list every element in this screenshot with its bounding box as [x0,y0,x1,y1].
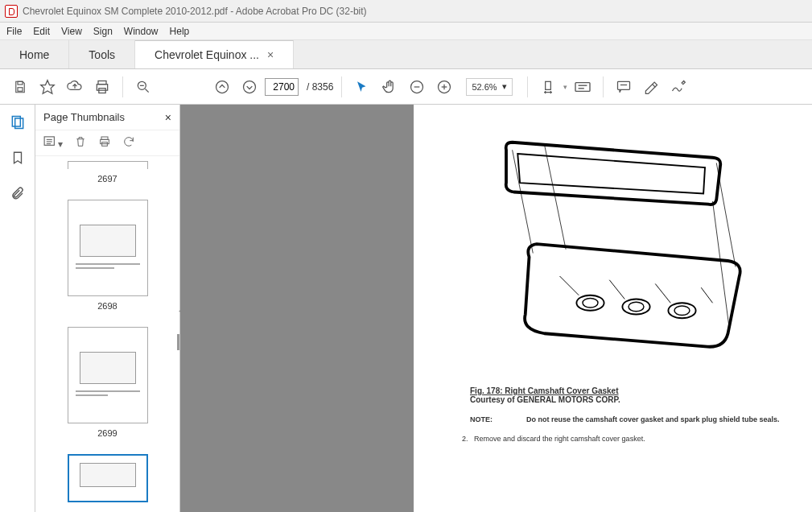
select-arrow-icon[interactable] [350,75,374,99]
document-viewport[interactable]: Fig. 178: Right Camshaft Cover Gasket Co… [180,105,812,512]
svg-rect-20 [617,81,629,89]
svg-point-34 [629,302,644,311]
svg-rect-1 [18,87,23,91]
svg-rect-0 [18,81,23,85]
thumbnails-list[interactable]: 2697 2698 2699 [35,156,179,512]
figure-diagram [460,121,766,370]
thumbnails-panel: Page Thumbnails × ▾ 2697 2698 2699 [35,105,180,512]
svg-point-32 [583,299,598,308]
main-area: Page Thumbnails × ▾ 2697 2698 2699 [0,105,812,512]
rotate-icon[interactable] [122,135,135,151]
svg-marker-2 [41,80,55,93]
note-text: Do not reuse the camshaft cover gasket a… [526,415,780,423]
svg-point-36 [674,306,690,315]
trash-icon[interactable] [74,135,87,151]
svg-point-33 [622,299,649,315]
thumbs-print-icon[interactable] [98,135,111,151]
chevron-down-icon[interactable]: ▾ [563,83,567,91]
svg-line-37 [512,150,533,253]
menu-file[interactable]: File [6,26,22,37]
svg-line-41 [559,276,579,295]
page-down-icon[interactable] [237,75,262,99]
svg-line-7 [146,89,149,92]
fit-width-icon[interactable] [536,75,560,99]
thumbnail-label: 2698 [52,301,163,311]
svg-line-43 [655,284,670,303]
thumbs-options-icon[interactable]: ▾ [43,136,63,150]
procedure-step: 2. Remove and discard the right camshaft… [462,435,788,443]
thumbnail-item[interactable]: 2699 [52,327,163,438]
svg-line-42 [609,280,624,299]
tab-document[interactable]: Chevrolet Equinox ... × [135,40,294,68]
tab-tools[interactable]: Tools [69,40,135,68]
thumbnails-toolbar: ▾ [35,130,179,156]
figure-title: Fig. 178: Right Camshaft Cover Gasket [470,386,788,395]
panel-resize-handle[interactable] [177,334,179,350]
menu-window[interactable]: Window [124,26,159,37]
comment-icon[interactable] [612,75,636,99]
thumbnail-label: 2699 [52,428,163,438]
find-icon[interactable] [131,75,155,99]
read-mode-icon[interactable] [571,75,595,99]
svg-line-38 [544,145,566,250]
thumbnails-rail-icon[interactable] [8,113,27,132]
tab-close-icon[interactable]: × [267,48,274,61]
window-title: Chevrolet Equinox SM Complete 2010-2012.… [23,6,367,17]
thumbnails-title: Page Thumbnails [43,111,125,123]
thumbnail-item[interactable]: 2697 [52,161,163,184]
page-total-label: / 8356 [307,81,333,93]
figure-caption: Fig. 178: Right Camshaft Cover Gasket Co… [470,386,788,404]
zoom-level-dropdown[interactable]: 52.6% ▾ [466,78,512,96]
tabbar: Home Tools Chevrolet Equinox ... × [0,40,812,69]
print-icon[interactable] [90,75,114,99]
svg-rect-28 [101,137,108,139]
star-icon[interactable] [35,75,60,99]
bookmark-rail-icon[interactable] [8,148,27,167]
menubar: File Edit View Sign Window Help [0,23,812,40]
svg-line-44 [701,287,712,303]
page-up-icon[interactable] [210,75,234,99]
close-panel-icon[interactable]: × [165,111,171,124]
figure-courtesy: Courtesy of GENERAL MOTORS CORP. [470,395,788,404]
thumbnail-item[interactable] [52,454,163,502]
note-row: NOTE: Do not reuse the camshaft cover ga… [470,415,788,423]
svg-rect-16 [545,81,550,89]
thumbnail-item[interactable]: 2698 [52,200,163,311]
svg-point-9 [216,81,229,93]
note-label: NOTE: [470,415,526,423]
svg-point-31 [576,295,604,311]
highlight-icon[interactable] [639,75,663,99]
document-page: Fig. 178: Right Camshaft Cover Gasket Co… [414,105,812,512]
tab-home[interactable]: Home [0,40,69,68]
save-icon[interactable] [8,75,32,99]
left-rail [0,105,35,512]
hand-pan-icon[interactable] [377,75,402,99]
zoom-in-icon[interactable] [432,75,456,99]
thumbnail-label: 2697 [52,174,163,184]
sign-pen-icon[interactable] [666,75,690,99]
svg-rect-17 [575,82,590,91]
menu-edit[interactable]: Edit [33,26,50,37]
svg-point-10 [244,81,256,93]
zoom-value: 52.6% [472,82,497,92]
zoom-out-icon[interactable] [405,75,429,99]
tab-document-label: Chevrolet Equinox ... [155,48,259,61]
page-number-input[interactable] [265,78,299,96]
menu-help[interactable]: Help [170,26,190,37]
menu-view[interactable]: View [61,26,82,37]
menu-sign[interactable]: Sign [93,26,113,37]
svg-rect-3 [98,81,106,84]
svg-point-35 [668,303,695,318]
pdf-app-icon [5,5,18,18]
chevron-down-icon: ▾ [502,81,507,92]
titlebar: Chevrolet Equinox SM Complete 2010-2012.… [0,0,812,23]
cloud-share-icon[interactable] [63,75,87,99]
toolbar: / 8356 52.6% ▾ ▾ [0,69,812,105]
attachment-rail-icon[interactable] [8,184,27,203]
thumbnails-header: Page Thumbnails × [35,105,179,130]
